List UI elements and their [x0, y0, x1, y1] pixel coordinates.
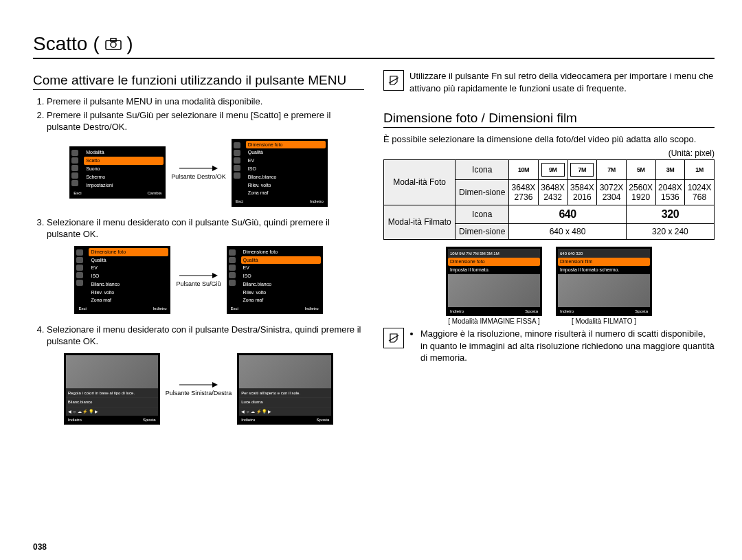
svg-marker-8 [212, 382, 218, 388]
icon-9m: 9M [538, 159, 567, 179]
dim-1: 3648X2736 [509, 179, 539, 205]
dim-7: 1024X768 [685, 179, 715, 205]
svg-rect-1 [111, 38, 116, 41]
right-section-title: Dimensione foto / Dimensioni film [383, 111, 715, 128]
icon-1m: 1M [685, 159, 715, 179]
arrow-1: Pulsante Destro/OK [171, 165, 226, 181]
note-top-text: Utilizzare il pulsante Fn sul retro dell… [409, 70, 715, 94]
thumb-row-1: Modalità Scatto Suono Schermo Impostazio… [33, 139, 364, 207]
icon-5m: 5M [626, 159, 655, 179]
icona-label-2: Icona [456, 205, 509, 223]
camera-icon: ( ) [93, 33, 133, 55]
icona-label-1: Icona [456, 159, 509, 179]
dim-3: 3584X2016 [567, 179, 597, 205]
thumb-film-cap: [ Modalità FILMATO ] [556, 317, 652, 325]
page-title-text: Scatto [33, 33, 87, 55]
film-dim-320: 320 x 240 [626, 223, 714, 239]
page-number: 038 [33, 542, 47, 552]
step-2: Premere il pulsante Su/Giù per seleziona… [47, 109, 364, 133]
thumb-still: 10M 9M 7M 7M 5M 3M 1M Dimensione foto Im… [446, 247, 542, 325]
menu-thumb-1b: Dimensione foto Qualità EV ISO Bilanc.bi… [232, 139, 328, 207]
note-bottom-text: Maggiore è la risoluzione, minore risult… [420, 328, 715, 364]
menu-thumb-2b: Dimensione foto Qualità EV ISO Bilanc.bi… [227, 246, 323, 314]
page-title: Scatto ( ) [33, 33, 715, 59]
icon-7m-b: 7M [597, 159, 627, 179]
size-table: Modal-ità Foto Icona 10M 9M 7M 7M 5M 3M … [383, 159, 715, 240]
step-3: Selezionare il menu desiderato con il pu… [47, 216, 364, 240]
svg-point-2 [111, 42, 116, 47]
film-icon-640: 640 [509, 205, 627, 223]
film-mode-label: Modal-ità Filmato [384, 205, 456, 239]
dim-6: 2048X1536 [655, 179, 685, 205]
menu-thumb-1a: Modalità Scatto Suono Schermo Impostazio… [69, 146, 166, 198]
thumb-film: 640 640 320 Dimensioni film Imposta il f… [556, 247, 652, 325]
menu-thumb-3a: Regola i colori in base al tipo di luce.… [64, 353, 160, 425]
thumb-row-3: Regola i colori in base al tipo di luce.… [33, 353, 364, 425]
note-top: Utilizzare il pulsante Fn sul retro dell… [383, 70, 715, 94]
icon-10m: 10M [509, 159, 539, 179]
steps-list: Premere il pulsante MENU in una modalità… [33, 96, 364, 133]
note-icon [383, 70, 404, 91]
icon-7m-a: 7M [567, 159, 597, 179]
steps-list-4: Selezionare il menu desiderato con il pu… [33, 324, 364, 348]
film-dim-640: 640 x 480 [509, 223, 627, 239]
dim-4: 3072X2304 [597, 179, 627, 205]
film-icon-320: 320 [626, 205, 714, 223]
left-section-title: Come attivare le funzioni utilizzando il… [33, 73, 364, 90]
arrow-3: Pulsante Sinistra/Destra [166, 381, 232, 397]
icon-3m: 3M [655, 159, 685, 179]
svg-marker-6 [212, 273, 218, 278]
photo-mode-label: Modal-ità Foto [384, 159, 456, 205]
menu-thumb-3b: Per scatti all'aperto e con il sole. Luc… [237, 353, 333, 425]
note-bottom: Maggiore è la risoluzione, minore risult… [383, 328, 715, 364]
arrow-2: Pulsante Su/Giù [176, 272, 221, 288]
menu-thumb-2a: Dimensione foto Qualità EV ISO Bilanc.bi… [74, 246, 170, 314]
steps-list-3: Selezionare il menu desiderato con il pu… [33, 216, 364, 240]
note-icon-2 [383, 328, 404, 348]
unit-label: (Unità: pixel) [383, 148, 715, 158]
step-1: Premere il pulsante MENU in una modalità… [47, 96, 364, 108]
dim-5: 2560X1920 [626, 179, 655, 205]
svg-marker-4 [212, 166, 218, 171]
right-intro: È possibile selezionare la dimensione de… [383, 133, 715, 146]
thumb-row-2: Dimensione foto Qualità EV ISO Bilanc.bi… [33, 246, 364, 314]
step-4: Selezionare il menu desiderato con il pu… [47, 324, 364, 348]
dim-label-2: Dimen-sione [456, 223, 509, 239]
dim-2: 3648X2432 [538, 179, 567, 205]
dim-label-1: Dimen-sione [456, 179, 509, 205]
thumb-still-cap: [ Modalità IMMAGINE FISSA ] [446, 317, 542, 325]
